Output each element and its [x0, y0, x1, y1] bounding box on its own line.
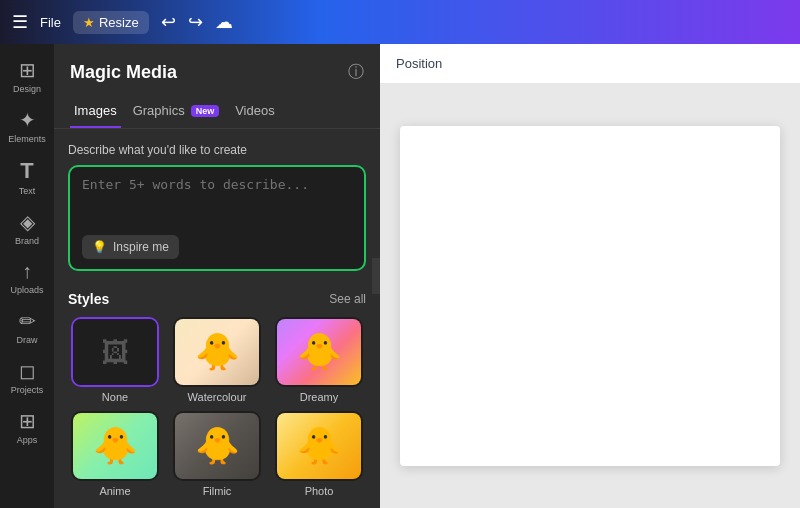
tab-images[interactable]: Images: [70, 95, 121, 128]
style-none[interactable]: 🖼 None: [68, 317, 162, 403]
filmic-img: 🐥: [175, 413, 259, 479]
sidebar-label-text: Text: [19, 186, 36, 196]
sidebar-label-projects: Projects: [11, 385, 44, 395]
style-photo[interactable]: 🐥 Photo: [272, 411, 366, 497]
style-none-label: None: [102, 391, 128, 403]
style-photo-label: Photo: [305, 485, 334, 497]
none-thumb-bg: 🖼: [73, 319, 157, 385]
styles-section: Styles See all 🖼 None 🐥: [54, 279, 380, 508]
canvas-toolbar: Position: [380, 44, 800, 84]
sidebar-label-apps: Apps: [17, 435, 38, 445]
inspire-icon: 💡: [92, 240, 107, 254]
canvas-area: Position: [380, 44, 800, 508]
draw-icon: ✏: [19, 309, 36, 333]
describe-textarea-wrap: 💡 Inspire me: [68, 165, 366, 271]
sidebar-label-uploads: Uploads: [10, 285, 43, 295]
photo-img: 🐥: [277, 413, 361, 479]
sidebar-item-draw[interactable]: ✏ Draw: [2, 303, 52, 351]
none-placeholder-icon: 🖼: [101, 336, 129, 369]
canvas-body[interactable]: [380, 84, 800, 508]
resize-button[interactable]: ★ Resize: [73, 11, 149, 34]
inspire-label: Inspire me: [113, 240, 169, 254]
describe-textarea[interactable]: [82, 177, 352, 227]
brand-icon: ◈: [20, 210, 35, 234]
icon-sidebar: ⊞ Design ✦ Elements T Text ◈ Brand ↑ Upl…: [0, 44, 54, 508]
style-filmic[interactable]: 🐥 Filmic: [170, 411, 264, 497]
style-anime-label: Anime: [99, 485, 130, 497]
panel-header: Magic Media ⓘ: [54, 44, 380, 95]
sidebar-item-brand[interactable]: ◈ Brand: [2, 204, 52, 252]
sidebar-item-uploads[interactable]: ↑ Uploads: [2, 254, 52, 301]
sidebar-item-design[interactable]: ⊞ Design: [2, 52, 52, 100]
magic-media-panel: Magic Media ⓘ Images Graphics New Videos…: [54, 44, 380, 508]
uploads-icon: ↑: [22, 260, 32, 283]
panel-title: Magic Media: [70, 62, 177, 83]
style-filmic-label: Filmic: [203, 485, 232, 497]
projects-icon: ◻: [19, 359, 36, 383]
sidebar-item-projects[interactable]: ◻ Projects: [2, 353, 52, 401]
style-dreamy-thumb: 🐥: [275, 317, 363, 387]
style-watercolour-thumb: 🐥: [173, 317, 261, 387]
style-filmic-thumb: 🐥: [173, 411, 261, 481]
menu-icon[interactable]: ☰: [12, 11, 28, 33]
anime-img: 🐥: [73, 413, 157, 479]
tab-bar: Images Graphics New Videos: [54, 95, 380, 129]
sidebar-item-apps[interactable]: ⊞ Apps: [2, 403, 52, 451]
undo-button[interactable]: ↩: [161, 11, 176, 33]
sidebar-label-brand: Brand: [15, 236, 39, 246]
topbar: ☰ File ★ Resize ↩ ↪ ☁: [0, 0, 800, 44]
styles-grid: 🖼 None 🐥 Watercolour 🐥: [68, 317, 366, 497]
watercolour-img: 🐥: [175, 319, 259, 385]
style-dreamy-label: Dreamy: [300, 391, 339, 403]
resize-label: Resize: [99, 15, 139, 30]
tab-graphics-label: Graphics: [133, 103, 185, 118]
sidebar-label-draw: Draw: [16, 335, 37, 345]
style-photo-thumb: 🐥: [275, 411, 363, 481]
styles-title: Styles: [68, 291, 109, 307]
sidebar-item-elements[interactable]: ✦ Elements: [2, 102, 52, 150]
cloud-save-icon[interactable]: ☁: [215, 11, 233, 33]
style-dreamy[interactable]: 🐥 Dreamy: [272, 317, 366, 403]
styles-header: Styles See all: [68, 291, 366, 307]
see-all-button[interactable]: See all: [329, 292, 366, 306]
elements-icon: ✦: [19, 108, 36, 132]
sidebar-label-elements: Elements: [8, 134, 46, 144]
style-none-thumb: 🖼: [71, 317, 159, 387]
style-anime-thumb: 🐥: [71, 411, 159, 481]
tab-graphics[interactable]: Graphics New: [129, 95, 224, 128]
tab-videos[interactable]: Videos: [231, 95, 279, 128]
panel-collapse-button[interactable]: ‹: [372, 258, 380, 294]
inspire-me-button[interactable]: 💡 Inspire me: [82, 235, 179, 259]
style-watercolour-label: Watercolour: [188, 391, 247, 403]
describe-section: Describe what you'd like to create 💡 Ins…: [54, 129, 380, 279]
info-icon[interactable]: ⓘ: [348, 62, 364, 83]
redo-button[interactable]: ↪: [188, 11, 203, 33]
graphics-new-badge: New: [191, 105, 220, 117]
style-watercolour[interactable]: 🐥 Watercolour: [170, 317, 264, 403]
apps-icon: ⊞: [19, 409, 36, 433]
tab-images-label: Images: [74, 103, 117, 118]
sidebar-label-design: Design: [13, 84, 41, 94]
text-icon: T: [20, 158, 33, 184]
sidebar-item-text[interactable]: T Text: [2, 152, 52, 202]
file-menu[interactable]: File: [40, 15, 61, 30]
position-label: Position: [396, 56, 442, 71]
canvas-page: [400, 126, 780, 466]
style-anime[interactable]: 🐥 Anime: [68, 411, 162, 497]
dreamy-img: 🐥: [277, 319, 361, 385]
resize-star-icon: ★: [83, 15, 95, 30]
describe-label: Describe what you'd like to create: [68, 143, 366, 157]
main-content: ⊞ Design ✦ Elements T Text ◈ Brand ↑ Upl…: [0, 44, 800, 508]
design-icon: ⊞: [19, 58, 36, 82]
tab-videos-label: Videos: [235, 103, 275, 118]
